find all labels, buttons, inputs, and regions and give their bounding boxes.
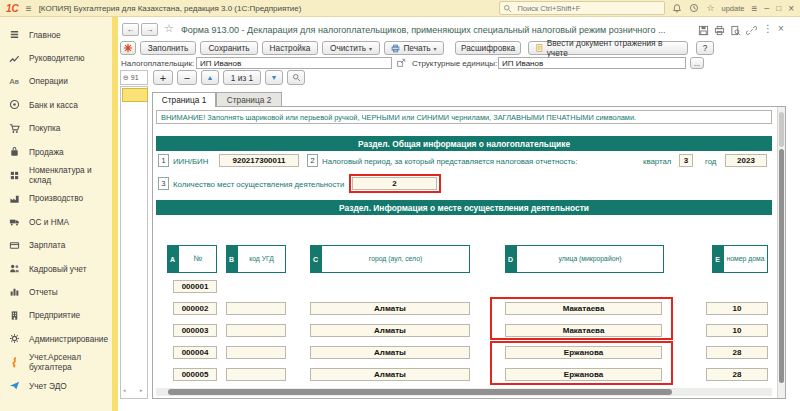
horizontal-scrollbar-thumb[interactable] bbox=[168, 389, 672, 395]
close-window-icon[interactable]: × bbox=[788, 3, 794, 14]
forward-button[interactable]: → bbox=[141, 23, 158, 36]
document-icon bbox=[535, 43, 544, 53]
decode-button[interactable]: Расшифровка bbox=[455, 41, 521, 55]
street-cell[interactable]: Ержанова bbox=[505, 346, 662, 359]
help-button[interactable]: ? bbox=[696, 41, 714, 55]
row-number-cell[interactable]: 000002 bbox=[173, 302, 217, 315]
taxpayer-field[interactable]: ИП Иванов bbox=[196, 57, 392, 69]
sidebar-item-hr[interactable]: Кадровый учет bbox=[0, 257, 112, 280]
row-number-cell[interactable]: 000005 bbox=[173, 368, 217, 381]
row-number-cell[interactable]: 000001 bbox=[173, 280, 217, 293]
sidebar-item-sales[interactable]: Продажа bbox=[0, 140, 112, 163]
city-cell[interactable]: Алматы bbox=[310, 324, 470, 337]
house-cell[interactable]: 28 bbox=[706, 346, 768, 359]
house-cell[interactable]: 10 bbox=[706, 302, 768, 315]
sidebar-item-production[interactable]: Производство bbox=[0, 187, 112, 210]
add-page-button[interactable]: + bbox=[153, 70, 173, 85]
row-number-cell[interactable]: 000003 bbox=[173, 324, 217, 337]
get-link-icon[interactable] bbox=[746, 25, 757, 36]
sidebar-item-fixed-assets[interactable]: ОС и НМА bbox=[0, 210, 112, 233]
minimize-icon[interactable]: – bbox=[764, 3, 769, 13]
quarter-value-field[interactable]: 3 bbox=[679, 154, 693, 167]
form-horizontal-scrollbar[interactable] bbox=[156, 388, 772, 396]
help-label: ? bbox=[703, 43, 708, 53]
remove-page-button[interactable]: − bbox=[177, 70, 197, 85]
tree-scroll-right-icon[interactable]: ▸ bbox=[140, 387, 143, 393]
global-search[interactable] bbox=[499, 1, 665, 15]
sidebar-item-reports[interactable]: Отчеты bbox=[0, 280, 112, 303]
open-link-icon[interactable] bbox=[396, 58, 406, 68]
vertical-scrollbar-thumb[interactable] bbox=[779, 149, 784, 383]
form-vertical-scrollbar[interactable] bbox=[777, 107, 785, 398]
find-page-button[interactable] bbox=[287, 70, 305, 85]
preview-icon[interactable] bbox=[730, 25, 741, 36]
selected-page-cell[interactable] bbox=[122, 88, 148, 102]
clear-button[interactable]: Очистить ▾ bbox=[322, 41, 380, 55]
page-tree-node[interactable]: ⊖ 91 bbox=[120, 70, 148, 85]
sidebar-item-inventory[interactable]: Номенклатура и склад bbox=[0, 163, 112, 186]
iin-value-field[interactable]: 920217300011 bbox=[219, 154, 299, 167]
sidebar-item-purchase[interactable]: Покупка bbox=[0, 117, 112, 140]
enter-document-button[interactable]: Ввести документ отражения в учете bbox=[528, 41, 688, 55]
settings-button[interactable]: Настройка bbox=[262, 41, 318, 55]
service-menu-icon[interactable]: ≡ bbox=[751, 3, 757, 14]
column-key: D bbox=[508, 256, 513, 263]
favorite-star-icon[interactable]: ☆ bbox=[164, 22, 174, 35]
more-actions-icon[interactable]: ⋮ bbox=[763, 23, 773, 34]
notifications-bell-icon[interactable] bbox=[672, 3, 682, 13]
structural-units-value: ИП Иванов bbox=[502, 59, 543, 68]
sidebar-item-enterprise[interactable]: Предприятие bbox=[0, 304, 112, 327]
house-cell[interactable]: 28 bbox=[706, 368, 768, 381]
sidebar-item-edo[interactable]: Учет ЭДО bbox=[0, 374, 112, 397]
print-button[interactable]: Печать ▾ bbox=[384, 41, 444, 55]
sidebar-item-salary[interactable]: Зарплата bbox=[0, 234, 112, 257]
close-form-icon[interactable]: × bbox=[778, 23, 784, 34]
sidebar-item-operations[interactable]: Ав Операции bbox=[0, 70, 112, 93]
year-value-field[interactable]: 2023 bbox=[725, 154, 767, 167]
tree-scroll-left-icon[interactable]: ◂ bbox=[123, 387, 126, 393]
sidebar-item-arsenal[interactable]: Учет.Арсенал бухгалтера bbox=[0, 350, 112, 373]
city-cell[interactable]: Алматы bbox=[310, 346, 470, 359]
sidebar-item-administration[interactable]: Администрирование bbox=[0, 327, 112, 350]
sidebar-item-bank-cash[interactable]: Банк и касса bbox=[0, 93, 112, 116]
tab-page-1[interactable]: Страница 1 bbox=[152, 92, 216, 107]
main-menu-icon[interactable]: ≡ bbox=[26, 3, 32, 14]
ugd-cell[interactable] bbox=[226, 324, 286, 337]
chart-up-icon bbox=[9, 53, 20, 64]
save-report-icon[interactable] bbox=[698, 25, 709, 36]
row-number: 000002 bbox=[182, 304, 209, 313]
year-value: 2023 bbox=[737, 156, 755, 165]
update-label[interactable]: update bbox=[722, 4, 745, 13]
sidebar-splitter[interactable] bbox=[112, 17, 118, 411]
units-more-button[interactable]: ... bbox=[690, 57, 704, 69]
refresh-button[interactable] bbox=[120, 41, 136, 55]
row-number-cell[interactable]: 000004 bbox=[173, 346, 217, 359]
back-button[interactable]: ← bbox=[122, 23, 139, 36]
ugd-cell[interactable] bbox=[226, 346, 286, 359]
places-count-label: Количество мест осуществления деятельнос… bbox=[173, 180, 344, 189]
city-cell[interactable]: Алматы bbox=[310, 302, 470, 315]
search-input[interactable] bbox=[515, 3, 654, 14]
ugd-cell[interactable] bbox=[226, 368, 286, 381]
tab-page-2[interactable]: Страница 2 bbox=[216, 92, 282, 107]
save-button[interactable]: Сохранить bbox=[200, 41, 258, 55]
fill-button[interactable]: Заполнить bbox=[140, 41, 196, 55]
sidebar-item-manager[interactable]: Руководителю bbox=[0, 46, 112, 69]
next-page-button[interactable]: ▼ bbox=[265, 70, 283, 85]
bag-icon bbox=[9, 146, 20, 157]
city-cell[interactable]: Алматы bbox=[310, 368, 470, 381]
places-count-field[interactable]: 2 bbox=[352, 177, 437, 190]
ugd-cell[interactable] bbox=[226, 302, 286, 315]
history-icon[interactable] bbox=[689, 3, 699, 13]
maximize-icon[interactable]: □ bbox=[776, 4, 781, 13]
sidebar-item-main[interactable]: Главное bbox=[0, 23, 112, 46]
favorites-star-icon[interactable]: ☆ bbox=[706, 3, 714, 13]
house-cell[interactable]: 10 bbox=[706, 324, 768, 337]
print-report-icon[interactable] bbox=[714, 25, 725, 36]
prev-page-button[interactable]: ▲ bbox=[201, 70, 219, 85]
street-cell[interactable]: Макатаева bbox=[505, 302, 662, 315]
street-cell[interactable]: Макатаева bbox=[505, 324, 662, 337]
structural-units-field[interactable]: ИП Иванов bbox=[498, 57, 686, 69]
street-cell[interactable]: Ержанова bbox=[505, 368, 662, 381]
row-number: 000001 bbox=[182, 282, 209, 291]
